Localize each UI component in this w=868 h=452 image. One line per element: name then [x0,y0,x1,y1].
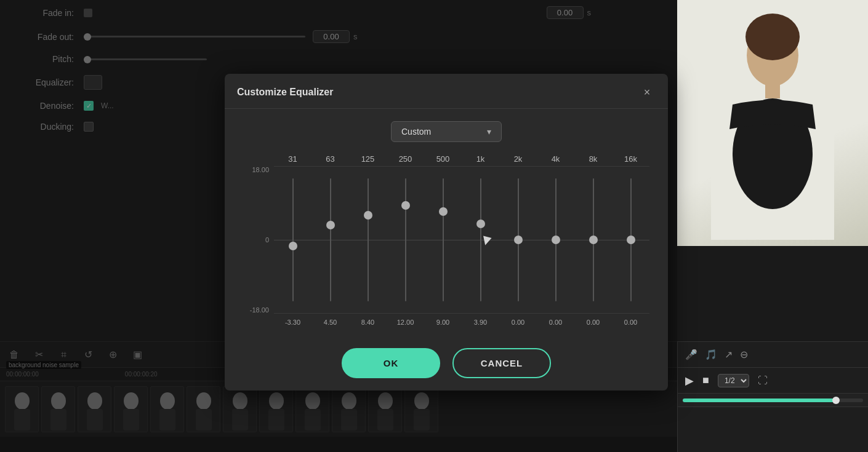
preset-label: Custom [401,127,431,137]
eq-dialog: Customize Equalizer × Custom ▾ 31 63 125… [225,74,668,391]
chevron-down-icon: ▾ [487,127,491,137]
val-4k: 0.00 [537,319,574,326]
eq-slider-1k[interactable] [462,166,499,314]
svg-point-2 [745,14,800,60]
right-timeline: 🎤 🎵 ↗ ⊖ ▶ ■ 1/2 ⛶ [677,341,868,452]
val-125: 8.40 [349,319,387,326]
eq-freq-labels: 31 63 125 250 500 1k 2k 4k 8k 16k [243,154,649,164]
eq-track-250 [405,178,406,301]
music-icon[interactable]: 🎵 [705,349,717,360]
bottom-line [274,313,649,314]
svg-rect-3 [765,83,780,98]
eq-slider-250[interactable] [387,166,424,314]
eq-slider-8k[interactable] [575,166,612,314]
mic-icon[interactable]: 🎤 [685,349,697,360]
dialog-title: Customize Equalizer [237,87,333,98]
freq-label-4k: 4k [537,154,574,164]
eq-grid [274,166,649,314]
eq-track-63 [330,178,331,301]
eq-thumb-1k[interactable] [476,220,485,228]
eq-slider-63[interactable] [312,166,349,314]
val-2k: 0.00 [499,319,537,326]
progress-fill [683,398,836,402]
eq-thumb-63[interactable] [326,221,335,229]
minus-icon[interactable]: ⊖ [740,349,748,360]
eq-slider-2k[interactable] [500,166,537,314]
eq-thumb-8k[interactable] [589,236,598,244]
progress-thumb[interactable] [832,397,840,404]
eq-thumb-16k[interactable] [627,236,635,244]
scale-top: 18.00 [243,166,269,173]
freq-label-63: 63 [311,154,349,164]
eq-thumb-31[interactable] [289,242,297,250]
dialog-header: Customize Equalizer × [225,74,668,109]
freq-label-125: 125 [349,154,387,164]
eq-thumb-250[interactable] [401,201,410,210]
stop-button[interactable]: ■ [702,374,709,387]
freq-label-31: 31 [274,154,311,164]
freq-label-250: 250 [387,154,424,164]
eq-scale: 18.00 0 -18.00 [243,166,274,314]
eq-thumb-4k[interactable] [552,236,560,244]
eq-values-row: -3.30 4.50 8.40 12.00 9.00 3.90 0.00 0.0… [243,319,649,326]
progress-track[interactable] [683,398,863,402]
val-16k: 0.00 [612,319,649,326]
eq-slider-125[interactable] [350,166,387,314]
val-8k: 0.00 [574,319,612,326]
scale-bot: -18.00 [243,306,269,314]
freq-label-1k: 1k [462,154,499,164]
preset-select[interactable]: Custom ▾ [391,121,502,142]
person-silhouette [711,6,834,240]
eq-thumb-500[interactable] [439,207,448,216]
freq-label-2k: 2k [499,154,537,164]
freq-label-500: 500 [424,154,462,164]
preview-panel: 🎤 🎵 ↗ ⊖ ▶ ■ 1/2 ⛶ [677,0,868,452]
val-63: 4.50 [311,319,349,326]
freq-label-8k: 8k [574,154,612,164]
playback-controls: 🎤 🎵 ↗ ⊖ [678,342,868,368]
fullscreen-icon[interactable]: ⛶ [758,375,768,386]
val-500: 9.00 [424,319,462,326]
play-button[interactable]: ▶ [685,374,694,387]
val-1k: 3.90 [462,319,499,326]
eq-track-31 [292,178,294,301]
eq-slider-16k[interactable] [613,166,649,314]
speed-select[interactable]: 1/2 [718,374,749,387]
progress-bar-area [678,394,868,407]
eq-thumb-2k[interactable] [514,236,523,244]
eq-thumb-125[interactable] [364,211,372,220]
cancel-button[interactable]: CANCEL [452,348,551,378]
eq-track-500 [443,178,444,301]
freq-label-16k: 16k [612,154,649,164]
preset-dropdown-area: Custom ▾ [243,121,649,142]
eq-slider-4k[interactable] [537,166,574,314]
eq-sliders [274,166,649,314]
eq-area: 31 63 125 250 500 1k 2k 4k 8k 16k 18.00 … [243,154,649,326]
transport-controls: ▶ ■ 1/2 ⛶ [678,368,868,394]
close-button[interactable]: × [638,84,656,101]
scale-mid: 0 [243,236,269,244]
eq-track-125 [368,178,369,301]
eq-slider-31[interactable] [275,166,311,314]
val-31: -3.30 [274,319,311,326]
export-icon[interactable]: ↗ [725,349,733,360]
eq-slider-500[interactable] [425,166,462,314]
ok-button[interactable]: OK [342,348,440,378]
dialog-body: Custom ▾ 31 63 125 250 500 1k 2k 4k 8k 1… [225,109,668,338]
top-line [274,166,649,167]
eq-track-1k [480,178,481,301]
person-preview [677,0,868,246]
val-250: 12.00 [387,319,424,326]
eq-chart: 18.00 0 -18.00 [243,166,649,314]
dialog-footer: OK CANCEL [225,338,668,391]
